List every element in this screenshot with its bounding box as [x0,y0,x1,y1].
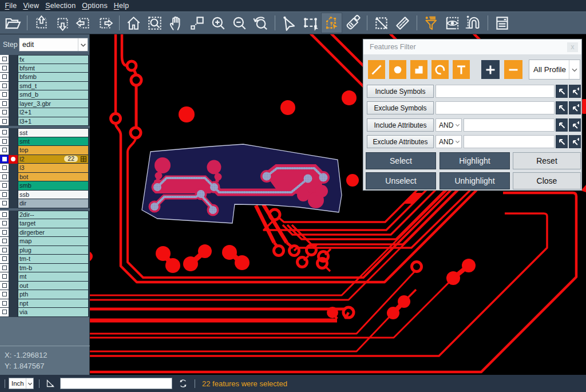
layer-checkbox[interactable] [0,219,9,228]
pan-left-button[interactable] [73,13,94,33]
layer-indicator[interactable] [9,55,18,64]
layer-row-smd_b[interactable]: smd_b [0,90,90,100]
polygon-select-button[interactable] [321,13,342,33]
layer-row-smt[interactable]: smt [0,137,90,146]
layer-name[interactable]: bot [18,173,89,182]
layer-checkbox[interactable] [0,164,9,173]
layer-indicator[interactable] [9,117,18,126]
reset-button[interactable]: Reset [513,152,581,169]
layer-checkbox[interactable] [0,264,9,273]
layer-indicator[interactable] [9,73,18,82]
layer-indicator[interactable] [9,100,18,109]
pan-up-button[interactable] [31,13,52,33]
unit-select[interactable]: Inch [9,378,34,389]
layer-indicator[interactable] [9,237,18,246]
layer-checkbox[interactable] [0,55,9,64]
zoom-in-button[interactable] [208,13,229,33]
layer-row-smd_t[interactable]: smd_t [0,82,90,91]
pick-add-symbol-button[interactable] [569,101,581,114]
layer-checkbox[interactable] [0,137,9,146]
layer-row-bot[interactable]: bot [0,173,90,182]
layer-name[interactable]: dirgerber [18,228,89,237]
layer-indicator[interactable] [9,308,18,317]
pick-add-symbol-button[interactable] [569,118,581,132]
select-cursor-button[interactable] [279,13,300,33]
pick-add-symbol-button[interactable] [569,135,581,148]
layer-name[interactable]: smt [18,137,89,146]
layer-checkbox[interactable] [0,211,9,220]
layer-row-tm-t[interactable]: tm-t [0,255,90,264]
layer-name[interactable]: target [18,219,89,228]
include-symbols-input[interactable] [435,85,555,98]
layer-indicator[interactable] [9,82,18,91]
exclude-symbols-input[interactable] [435,101,555,114]
refresh-icon[interactable] [178,378,188,389]
layer-name[interactable]: 2dir-- [18,211,89,220]
layer-checkbox[interactable] [0,146,9,155]
layer-row-layer_3.gbr[interactable]: layer_3.gbr [0,100,90,109]
close-button[interactable]: Close [513,172,581,189]
layer-name[interactable]: ssb [18,191,89,200]
layer-indicator[interactable] [9,181,18,191]
layer-indicator[interactable] [9,173,18,182]
layer-checkbox[interactable] [0,100,9,109]
layer-name[interactable]: dir [18,199,89,208]
pan-hand-button[interactable] [165,13,187,33]
report-list-button[interactable] [492,13,513,33]
feature-type-text-button[interactable] [453,60,470,79]
layer-name[interactable]: bfsmt [18,64,89,73]
layer-indicator[interactable] [9,255,18,264]
feature-type-surface-button[interactable] [410,60,427,79]
pick-add-symbol-button[interactable] [569,85,581,98]
layer-row-npt[interactable]: npt [0,299,90,308]
layer-indicator[interactable] [9,264,18,273]
exclude-symbols-button[interactable]: Exclude Symbols [367,101,434,114]
layer-name[interactable]: tm-b [18,264,89,273]
include-attributes-input[interactable] [464,118,555,132]
pick-symbol-button[interactable] [556,85,568,98]
layer-name[interactable]: smd_t [18,82,89,91]
layer-indicator[interactable] [9,282,18,291]
zoom-rect-button[interactable] [187,13,208,33]
layer-checkbox[interactable] [0,237,9,246]
layer-name[interactable]: pth [18,290,89,299]
layer-row-2dir--[interactable]: 2dir-- [0,211,90,220]
pick-symbol-button[interactable] [556,135,568,148]
layer-row-out[interactable]: out [0,282,90,291]
layer-row-map[interactable]: map [0,237,90,246]
highlight-button[interactable]: Highlight [440,152,510,169]
layer-checkbox[interactable] [0,173,9,182]
layer-checkbox[interactable] [0,272,9,282]
layer-row-dir[interactable]: dir [0,199,90,208]
layer-indicator[interactable] [9,290,18,299]
layer-checkbox[interactable] [0,64,9,73]
grid-icon[interactable] [81,156,86,162]
layer-checkbox[interactable] [0,155,9,164]
layer-indicator[interactable] [9,146,18,155]
snap-angle-icon[interactable] [45,379,56,389]
layer-checkbox[interactable] [0,128,9,137]
layer-row-dirgerber[interactable]: dirgerber [0,228,90,237]
layer-checkbox[interactable] [0,90,9,100]
layer-indicator[interactable] [9,164,18,173]
select-button[interactable]: Select [366,152,436,169]
layer-indicator[interactable] [9,128,18,137]
close-icon[interactable]: x [567,42,578,52]
layer-name[interactable]: l3+1 [18,117,89,126]
and-or-select[interactable]: AND [435,135,462,148]
home-button[interactable] [123,13,144,33]
layer-row-fx[interactable]: fx [0,55,90,64]
pick-symbol-button[interactable] [556,101,568,114]
layer-name[interactable]: top [18,146,89,155]
zoom-out-button[interactable] [229,13,250,33]
pick-symbol-button[interactable] [556,118,568,132]
layer-name[interactable]: sst [18,128,89,137]
layer-indicator[interactable] [9,64,18,73]
pan-down-button[interactable] [52,13,73,33]
layer-checkbox[interactable] [0,73,9,82]
menu-selection[interactable]: Selection [42,1,79,11]
layer-row-pth[interactable]: pth [0,290,90,299]
exclude-attributes-button[interactable]: Exclude Attributes [367,135,434,148]
layer-row-smb[interactable]: smb [0,181,90,191]
menu-help[interactable]: Help [110,1,132,11]
